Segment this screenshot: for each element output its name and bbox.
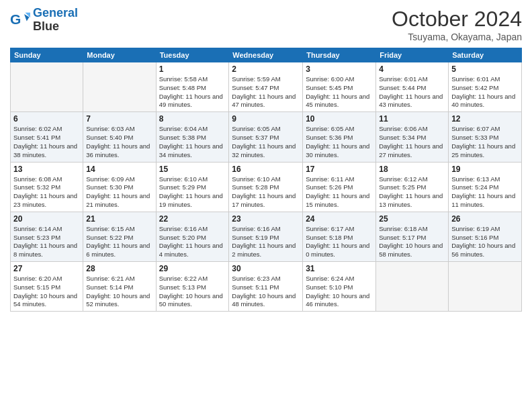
day-info: Sunrise: 6:10 AM Sunset: 5:29 PM Dayligh…: [159, 175, 226, 210]
calendar-week-2: 6Sunrise: 6:02 AM Sunset: 5:41 PM Daylig…: [11, 112, 522, 162]
table-row: 22Sunrise: 6:16 AM Sunset: 5:20 PM Dayli…: [156, 212, 229, 261]
table-row: 19Sunrise: 6:13 AM Sunset: 5:24 PM Dayli…: [449, 162, 522, 212]
calendar-week-1: 1Sunrise: 5:58 AM Sunset: 5:48 PM Daylig…: [11, 62, 522, 112]
day-number: 20: [13, 214, 80, 224]
table-row: 14Sunrise: 6:09 AM Sunset: 5:30 PM Dayli…: [83, 162, 156, 212]
day-number: 3: [306, 64, 373, 74]
col-thursday: Thursday: [303, 48, 376, 62]
table-row: 17Sunrise: 6:11 AM Sunset: 5:26 PM Dayli…: [303, 162, 376, 212]
day-info: Sunrise: 6:16 AM Sunset: 5:20 PM Dayligh…: [159, 225, 226, 259]
table-row: [11, 62, 83, 112]
table-row: 27Sunrise: 6:20 AM Sunset: 5:15 PM Dayli…: [11, 262, 83, 312]
logo-icon: G: [10, 10, 30, 30]
day-info: Sunrise: 6:21 AM Sunset: 5:14 PM Dayligh…: [86, 275, 152, 309]
day-info: Sunrise: 6:23 AM Sunset: 5:11 PM Dayligh…: [232, 275, 300, 309]
day-number: 8: [159, 114, 226, 124]
day-info: Sunrise: 6:04 AM Sunset: 5:38 PM Dayligh…: [159, 125, 226, 159]
day-number: 13: [13, 165, 80, 174]
day-number: 7: [86, 114, 152, 124]
day-number: 1: [159, 64, 226, 74]
day-number: 21: [86, 214, 152, 224]
day-info: Sunrise: 5:59 AM Sunset: 5:47 PM Dayligh…: [232, 75, 300, 109]
day-number: 25: [379, 214, 445, 224]
table-row: 2Sunrise: 5:59 AM Sunset: 5:47 PM Daylig…: [229, 62, 303, 112]
day-number: 23: [232, 214, 300, 224]
table-row: 20Sunrise: 6:14 AM Sunset: 5:23 PM Dayli…: [11, 212, 83, 261]
day-number: 27: [13, 264, 80, 273]
table-row: [83, 62, 156, 112]
table-row: 23Sunrise: 6:16 AM Sunset: 5:19 PM Dayli…: [229, 212, 303, 261]
table-row: 11Sunrise: 6:06 AM Sunset: 5:34 PM Dayli…: [376, 112, 449, 162]
location: Tsuyama, Okayama, Japan: [392, 32, 522, 42]
day-info: Sunrise: 6:22 AM Sunset: 5:13 PM Dayligh…: [159, 275, 226, 309]
day-info: Sunrise: 6:08 AM Sunset: 5:32 PM Dayligh…: [13, 175, 80, 210]
day-info: Sunrise: 5:58 AM Sunset: 5:48 PM Dayligh…: [159, 75, 226, 109]
day-number: 19: [451, 165, 519, 174]
day-number: 18: [379, 165, 445, 174]
table-row: 16Sunrise: 6:10 AM Sunset: 5:28 PM Dayli…: [229, 162, 303, 212]
day-info: Sunrise: 6:16 AM Sunset: 5:19 PM Dayligh…: [232, 225, 300, 259]
table-row: 3Sunrise: 6:00 AM Sunset: 5:45 PM Daylig…: [303, 62, 376, 112]
day-number: 10: [306, 114, 373, 124]
day-number: 2: [232, 64, 300, 74]
table-row: 4Sunrise: 6:01 AM Sunset: 5:44 PM Daylig…: [376, 62, 449, 112]
calendar-week-3: 13Sunrise: 6:08 AM Sunset: 5:32 PM Dayli…: [11, 162, 522, 212]
table-row: 10Sunrise: 6:05 AM Sunset: 5:36 PM Dayli…: [303, 112, 376, 162]
calendar-header-row: Sunday Monday Tuesday Wednesday Thursday…: [11, 48, 522, 62]
col-monday: Monday: [83, 48, 156, 62]
day-info: Sunrise: 6:18 AM Sunset: 5:17 PM Dayligh…: [379, 225, 445, 259]
day-info: Sunrise: 6:07 AM Sunset: 5:33 PM Dayligh…: [451, 125, 519, 159]
table-row: 6Sunrise: 6:02 AM Sunset: 5:41 PM Daylig…: [11, 112, 83, 162]
page-header: G General Blue October 2024 Tsuyama, Oka…: [10, 7, 522, 42]
month-title: October 2024: [392, 7, 522, 32]
table-row: 29Sunrise: 6:22 AM Sunset: 5:13 PM Dayli…: [156, 262, 229, 312]
day-info: Sunrise: 6:15 AM Sunset: 5:22 PM Dayligh…: [86, 225, 152, 259]
table-row: 30Sunrise: 6:23 AM Sunset: 5:11 PM Dayli…: [229, 262, 303, 312]
day-number: 17: [306, 165, 373, 174]
table-row: 21Sunrise: 6:15 AM Sunset: 5:22 PM Dayli…: [83, 212, 156, 261]
table-row: [376, 262, 449, 312]
day-info: Sunrise: 6:05 AM Sunset: 5:36 PM Dayligh…: [306, 125, 373, 159]
table-row: 9Sunrise: 6:05 AM Sunset: 5:37 PM Daylig…: [229, 112, 303, 162]
calendar-table: Sunday Monday Tuesday Wednesday Thursday…: [10, 48, 522, 312]
day-number: 12: [451, 114, 519, 124]
day-info: Sunrise: 6:03 AM Sunset: 5:40 PM Dayligh…: [86, 125, 152, 159]
svg-text:G: G: [10, 11, 21, 27]
table-row: [449, 262, 522, 312]
table-row: 18Sunrise: 6:12 AM Sunset: 5:25 PM Dayli…: [376, 162, 449, 212]
day-info: Sunrise: 6:01 AM Sunset: 5:44 PM Dayligh…: [379, 75, 445, 109]
day-number: 29: [159, 264, 226, 273]
table-row: 15Sunrise: 6:10 AM Sunset: 5:29 PM Dayli…: [156, 162, 229, 212]
day-number: 5: [451, 64, 519, 74]
col-tuesday: Tuesday: [156, 48, 229, 62]
day-info: Sunrise: 6:17 AM Sunset: 5:18 PM Dayligh…: [306, 225, 373, 259]
day-number: 26: [451, 214, 519, 224]
table-row: 8Sunrise: 6:04 AM Sunset: 5:38 PM Daylig…: [156, 112, 229, 162]
day-number: 9: [232, 114, 300, 124]
day-number: 28: [86, 264, 152, 273]
col-wednesday: Wednesday: [229, 48, 303, 62]
day-info: Sunrise: 6:05 AM Sunset: 5:37 PM Dayligh…: [232, 125, 300, 159]
table-row: 5Sunrise: 6:01 AM Sunset: 5:42 PM Daylig…: [449, 62, 522, 112]
table-row: 24Sunrise: 6:17 AM Sunset: 5:18 PM Dayli…: [303, 212, 376, 261]
day-info: Sunrise: 6:20 AM Sunset: 5:15 PM Dayligh…: [13, 275, 80, 309]
table-row: 25Sunrise: 6:18 AM Sunset: 5:17 PM Dayli…: [376, 212, 449, 261]
day-number: 24: [306, 214, 373, 224]
table-row: 13Sunrise: 6:08 AM Sunset: 5:32 PM Dayli…: [11, 162, 83, 212]
day-number: 22: [159, 214, 226, 224]
table-row: 12Sunrise: 6:07 AM Sunset: 5:33 PM Dayli…: [449, 112, 522, 162]
day-info: Sunrise: 6:13 AM Sunset: 5:24 PM Dayligh…: [451, 175, 519, 210]
day-info: Sunrise: 6:01 AM Sunset: 5:42 PM Dayligh…: [451, 75, 519, 109]
day-number: 30: [232, 264, 300, 273]
day-info: Sunrise: 6:00 AM Sunset: 5:45 PM Dayligh…: [306, 75, 373, 109]
logo-text: General Blue: [33, 7, 78, 34]
day-number: 14: [86, 165, 152, 174]
day-info: Sunrise: 6:10 AM Sunset: 5:28 PM Dayligh…: [232, 175, 300, 210]
table-row: 7Sunrise: 6:03 AM Sunset: 5:40 PM Daylig…: [83, 112, 156, 162]
day-info: Sunrise: 6:12 AM Sunset: 5:25 PM Dayligh…: [379, 175, 445, 210]
col-saturday: Saturday: [449, 48, 522, 62]
day-number: 31: [306, 264, 373, 273]
day-info: Sunrise: 6:09 AM Sunset: 5:30 PM Dayligh…: [86, 175, 152, 210]
table-row: 28Sunrise: 6:21 AM Sunset: 5:14 PM Dayli…: [83, 262, 156, 312]
day-number: 6: [13, 114, 80, 124]
